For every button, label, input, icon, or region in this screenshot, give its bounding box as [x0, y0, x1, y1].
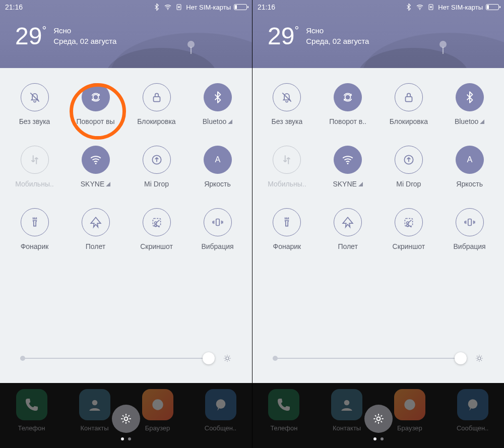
qs-toggle-bluetooth[interactable]: [456, 83, 484, 111]
settings-button[interactable]: [112, 405, 140, 433]
qs-toggle-mute[interactable]: [21, 83, 49, 111]
qs-tile-lock[interactable]: Блокировка: [126, 83, 187, 125]
qs-toggle-midrop[interactable]: [143, 146, 171, 174]
slider-min-dot: [20, 356, 25, 361]
qs-tile-torch[interactable]: Фонарик: [4, 208, 65, 250]
weather-condition: Ясно: [53, 26, 116, 36]
qs-toggle-wifi[interactable]: [334, 146, 362, 174]
qs-toggle-airplane[interactable]: [334, 208, 362, 236]
qs-tile-data[interactable]: Мобильны..: [4, 146, 65, 188]
weather-degree: °: [42, 24, 46, 50]
qs-label-midrop: Mi Drop: [144, 180, 169, 188]
slider-handle[interactable]: [203, 352, 215, 364]
phone-left: 21:16 Нет SIM-карты 29° Ясно Среда, 02 а…: [0, 0, 252, 448]
qs-tile-wifi[interactable]: SKYNE: [318, 146, 379, 188]
qs-tile-screenshot[interactable]: Скриншот: [379, 208, 439, 250]
gear-icon: [372, 412, 385, 425]
qs-toggle-rotate[interactable]: [334, 83, 362, 111]
qs-label-rotate: Поворот вы: [77, 117, 115, 125]
qs-label-wifi: SKYNE: [81, 180, 110, 188]
brightness-slider[interactable]: [20, 354, 232, 363]
qs-toggle-data[interactable]: [273, 146, 301, 174]
qs-label-airplane: Полет: [86, 242, 105, 250]
qs-toggle-brightness[interactable]: [456, 146, 484, 174]
qs-tile-airplane[interactable]: Полет: [65, 208, 126, 250]
vibrate-icon: [463, 216, 476, 229]
lock-icon: [150, 91, 163, 104]
lock-icon: [402, 91, 415, 104]
qs-toggle-bluetooth[interactable]: [204, 83, 232, 111]
qs-tile-vibrate[interactable]: Вибрация: [187, 208, 248, 250]
qs-toggle-midrop[interactable]: [395, 146, 423, 174]
status-bar: 21:16 Нет SIM-карты: [253, 0, 504, 11]
qs-tile-brightness[interactable]: Яркость: [439, 146, 500, 188]
qs-label-mute: Без звука: [272, 117, 303, 125]
settings-button[interactable]: [364, 405, 393, 433]
qs-tile-screenshot[interactable]: Скриншот: [126, 208, 187, 250]
qs-toggle-screenshot[interactable]: [143, 208, 171, 236]
signal-triangle-icon: [106, 182, 110, 186]
qs-tile-vibrate[interactable]: Вибрация: [439, 208, 500, 250]
qs-toggle-airplane[interactable]: [82, 208, 110, 236]
qs-tile-rotate[interactable]: Поворот в..: [318, 83, 379, 125]
qs-label-brightness: Яркость: [456, 180, 483, 188]
qs-toggle-data[interactable]: [21, 146, 49, 174]
quick-settings-grid: Без звукаПоворот выБлокировкаBluetooМоби…: [0, 68, 252, 250]
wifi-icon: [89, 153, 102, 166]
qs-label-screenshot: Скриншот: [393, 242, 425, 250]
qs-toggle-vibrate[interactable]: [456, 208, 484, 236]
qs-toggle-brightness[interactable]: [204, 146, 232, 174]
qs-toggle-vibrate[interactable]: [204, 208, 232, 236]
plane-icon: [341, 216, 354, 229]
qs-tile-bluetooth[interactable]: Bluetoo: [187, 83, 248, 125]
signal-triangle-icon: [228, 119, 232, 124]
qs-tile-torch[interactable]: Фонарик: [257, 208, 318, 250]
qs-label-airplane: Полет: [338, 242, 357, 250]
status-sim-text: Нет SIM-карты: [186, 4, 231, 11]
qs-label-midrop: Mi Drop: [396, 180, 421, 188]
qs-label-data: Мобильны..: [268, 180, 306, 188]
qs-tile-midrop[interactable]: Mi Drop: [379, 146, 439, 188]
qs-toggle-screenshot[interactable]: [395, 208, 423, 236]
qs-label-vibrate: Вибрация: [454, 242, 486, 250]
qs-label-bluetooth: Bluetoo: [203, 117, 232, 125]
qs-label-rotate: Поворот в..: [329, 117, 366, 125]
qs-tile-data[interactable]: Мобильны..: [257, 146, 318, 188]
qs-toggle-lock[interactable]: [143, 83, 171, 111]
wifi-status-icon: [416, 3, 424, 11]
brightness-slider[interactable]: [273, 354, 484, 363]
weather-date: Среда, 02 августа: [306, 36, 369, 46]
weather-temp: 29: [268, 22, 294, 50]
page-indicator: [121, 437, 131, 440]
status-time: 21:16: [258, 3, 275, 11]
qs-tile-midrop[interactable]: Mi Drop: [126, 146, 187, 188]
qs-tile-bluetooth[interactable]: Bluetoo: [439, 83, 500, 125]
qs-toggle-wifi[interactable]: [82, 146, 110, 174]
quick-settings-grid: Без звукаПоворот в..БлокировкаBluetooМоб…: [253, 68, 504, 250]
qs-label-lock: Блокировка: [390, 117, 428, 125]
qs-label-torch: Фонарик: [21, 242, 49, 250]
qs-tile-lock[interactable]: Блокировка: [379, 83, 439, 125]
qs-label-bluetooth: Bluetoo: [455, 117, 484, 125]
qs-tile-rotate[interactable]: Поворот вы: [65, 83, 126, 125]
qs-tile-mute[interactable]: Без звука: [257, 83, 318, 125]
qs-toggle-torch[interactable]: [21, 208, 49, 236]
brightness-sun-icon: [475, 354, 484, 363]
qs-tile-wifi[interactable]: SKYNE: [65, 146, 126, 188]
qs-tile-mute[interactable]: Без звука: [4, 83, 65, 125]
bell-off-icon: [28, 91, 41, 104]
weather-degree: °: [294, 24, 299, 50]
slider-handle[interactable]: [455, 352, 467, 364]
home-dock: Телефон Контакты Браузер Сообщен..: [0, 383, 252, 448]
qs-toggle-mute[interactable]: [273, 83, 301, 111]
qs-toggle-lock[interactable]: [395, 83, 423, 111]
qs-tile-airplane[interactable]: Полет: [318, 208, 379, 250]
qs-label-vibrate: Вибрация: [201, 242, 233, 250]
qs-toggle-torch[interactable]: [273, 208, 301, 236]
rotate-icon: [341, 91, 354, 104]
qs-tile-brightness[interactable]: Яркость: [187, 146, 248, 188]
qs-toggle-rotate[interactable]: [82, 83, 110, 111]
weather-condition: Ясно: [306, 26, 369, 36]
letter-a-icon: [211, 153, 224, 166]
gear-icon: [119, 412, 133, 425]
